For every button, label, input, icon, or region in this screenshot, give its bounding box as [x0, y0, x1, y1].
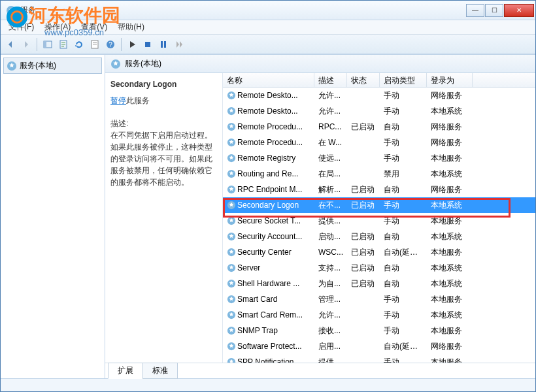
cell-desc: 允许... — [314, 105, 347, 118]
cell-name: Security Account... — [223, 231, 314, 242]
window-title: 服务 — [20, 5, 465, 16]
service-row[interactable]: Remote Deskto...允许...手动本地系统 — [223, 103, 535, 119]
cell-status: 已启动 — [347, 230, 380, 244]
service-list[interactable]: Remote Deskto...允许...手动网络服务Remote Deskto… — [223, 88, 535, 363]
service-row[interactable]: Remote Registry使远...手动本地服务 — [223, 150, 535, 166]
restart-service-button[interactable] — [172, 37, 186, 52]
cell-desc: 在 W... — [314, 136, 347, 150]
cell-status: 已启动 — [347, 183, 380, 197]
cell-logon: 本地服务 — [427, 293, 473, 306]
cell-startup: 手动 — [380, 199, 427, 212]
cell-desc: 启用... — [314, 340, 347, 353]
show-hide-button[interactable] — [41, 37, 55, 52]
cell-startup: 手动 — [380, 308, 427, 322]
cell-status — [347, 94, 380, 97]
export-button[interactable] — [56, 37, 71, 52]
cell-status — [347, 157, 380, 159]
service-row[interactable]: Smart Card Rem...允许...手动本地系统 — [223, 307, 535, 323]
service-row[interactable]: Secondary Logon在不...已启动手动本地系统 — [223, 197, 535, 213]
cell-startup: 自动 — [380, 277, 427, 291]
menu-help[interactable]: 帮助(H) — [112, 20, 150, 34]
menu-view[interactable]: 查看(V) — [76, 20, 112, 34]
cell-name: Remote Deskto... — [223, 105, 314, 117]
pause-service-link[interactable]: 暂停 — [110, 96, 126, 105]
service-row[interactable]: Smart Card管理...手动本地服务 — [223, 291, 535, 307]
tree-root-label: 服务(本地) — [20, 60, 56, 71]
service-row[interactable]: RPC Endpoint M...解析...已启动自动网络服务 — [223, 182, 535, 197]
cell-name: Server — [223, 262, 314, 274]
stop-service-button[interactable] — [141, 37, 155, 52]
cell-desc: 允许... — [314, 308, 347, 322]
service-row[interactable]: Remote Procedu...RPC...已启动自动网络服务 — [223, 119, 535, 135]
gear-icon — [110, 59, 121, 69]
service-row[interactable]: Server支持...已启动自动本地系统 — [223, 260, 535, 276]
service-row[interactable]: Remote Procedu...在 W...手动网络服务 — [223, 135, 535, 150]
cell-startup: 自动 — [380, 183, 427, 197]
tree-root-services[interactable]: 服务(本地) — [3, 57, 102, 74]
pause-service-button[interactable] — [156, 37, 171, 52]
service-row[interactable]: Software Protect...启用...自动(延迟...网络服务 — [223, 338, 535, 354]
tab-extended[interactable]: 扩展 — [108, 363, 143, 379]
column-logon[interactable]: 登录为 — [427, 73, 473, 87]
service-row[interactable]: Security Account...启动...已启动自动本地系统 — [223, 229, 535, 244]
gear-icon — [227, 138, 236, 147]
service-row[interactable]: SNMP Trap接收...手动本地服务 — [223, 323, 535, 338]
service-row[interactable]: Shell Hardware ...为自...已启动自动本地系统 — [223, 276, 535, 291]
selected-service-title: Secondary Logon — [110, 80, 217, 89]
cell-name: Smart Card Rem... — [223, 309, 314, 321]
forward-button[interactable] — [19, 37, 33, 52]
menu-action[interactable]: 操作(A) — [39, 20, 76, 34]
help-button[interactable]: ? — [103, 37, 118, 52]
cell-logon: 本地系统 — [427, 167, 473, 181]
start-service-button[interactable] — [125, 37, 139, 52]
svg-rect-10 — [161, 41, 163, 48]
cell-startup: 手动 — [380, 293, 427, 306]
column-name[interactable]: 名称 — [223, 73, 314, 87]
cell-desc: 支持... — [314, 261, 347, 275]
gear-icon — [227, 310, 236, 319]
cell-status — [347, 298, 380, 301]
service-row[interactable]: Security CenterWSC...已启动自动(延迟...本地服务 — [223, 244, 535, 260]
gear-icon — [227, 185, 236, 194]
list-header: 名称 描述 状态 启动类型 登录为 — [223, 73, 535, 88]
tab-standard[interactable]: 标准 — [142, 363, 178, 379]
cell-status — [347, 141, 380, 144]
cell-logon: 本地系统 — [427, 199, 473, 212]
service-row[interactable]: Routing and Re...在局...禁用本地系统 — [223, 166, 535, 182]
cell-logon: 网络服务 — [427, 120, 473, 134]
cell-desc: RPC... — [314, 121, 347, 133]
menu-file[interactable]: 文件(F) — [3, 20, 39, 34]
cell-logon: 网络服务 — [427, 136, 473, 150]
service-row[interactable]: Secure Socket T...提供...手动本地服务 — [223, 213, 535, 229]
gear-icon — [227, 248, 236, 257]
close-button[interactable]: ✕ — [504, 4, 534, 17]
back-button[interactable] — [3, 37, 18, 52]
cell-startup: 自动 — [380, 261, 427, 275]
gear-icon — [227, 122, 236, 131]
gear-icon — [227, 326, 236, 335]
right-pane-header: 服务(本地) — [105, 55, 535, 73]
titlebar: 服务 — ☐ ✕ — [1, 1, 535, 20]
gear-icon — [227, 169, 236, 178]
cell-startup: 手动 — [380, 324, 427, 338]
cell-name: Shell Hardware ... — [223, 278, 314, 289]
properties-button[interactable] — [88, 37, 102, 52]
column-startup[interactable]: 启动类型 — [380, 73, 427, 87]
column-description[interactable]: 描述 — [314, 73, 347, 87]
minimize-button[interactable]: — — [466, 4, 484, 17]
cell-desc: 使远... — [314, 152, 347, 165]
service-row[interactable]: Remote Deskto...允许...手动网络服务 — [223, 88, 535, 103]
cell-logon: 本地系统 — [427, 277, 473, 291]
svg-rect-9 — [145, 42, 150, 47]
svg-rect-5 — [93, 42, 97, 42]
cell-startup: 自动(延迟... — [380, 340, 427, 353]
service-row[interactable]: SPP Notification...提供...手动本地服务 — [223, 354, 535, 363]
cell-status: 已启动 — [347, 246, 380, 259]
column-status[interactable]: 状态 — [347, 73, 380, 87]
maximize-button[interactable]: ☐ — [485, 4, 503, 17]
gear-icon — [227, 357, 236, 363]
cell-desc: 解析... — [314, 183, 347, 197]
cell-desc: 为自... — [314, 277, 347, 291]
refresh-button[interactable] — [72, 37, 86, 52]
cell-name: Remote Procedu... — [223, 121, 314, 133]
